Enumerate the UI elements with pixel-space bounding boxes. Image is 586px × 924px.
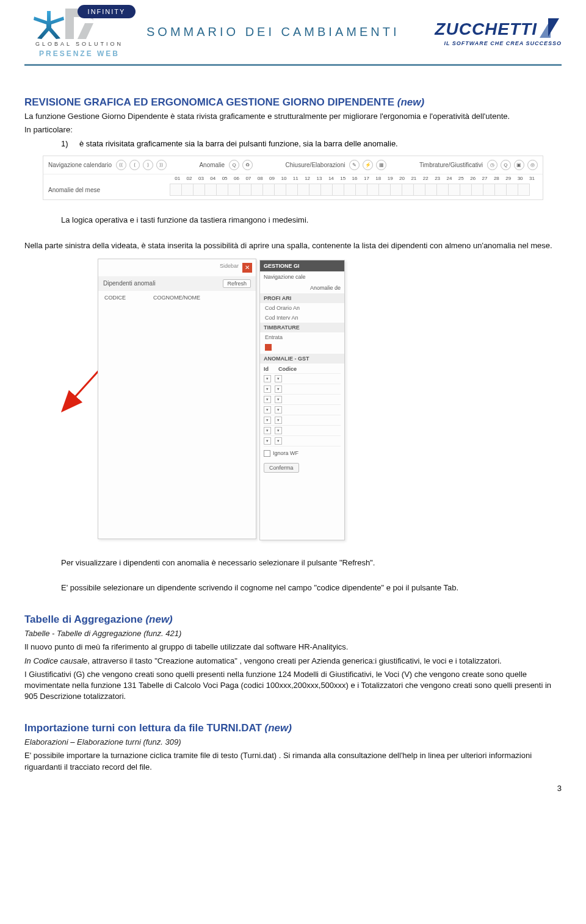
anomaly-cell bbox=[181, 184, 194, 196]
day-label: 07 bbox=[242, 176, 254, 181]
close-icon[interactable]: ✕ bbox=[242, 263, 252, 273]
cod-orario-label: Cod Orario An bbox=[260, 303, 344, 313]
header-title: SOMMARIO DEI CAMBIAMENTI bbox=[134, 25, 435, 39]
day-label: 26 bbox=[467, 176, 479, 181]
anomaly-cell bbox=[204, 184, 217, 196]
nav-icon: ⟩⟩ bbox=[156, 160, 167, 170]
anomaly-cell bbox=[344, 184, 356, 196]
day-label: 31 bbox=[526, 176, 538, 181]
day-label: 12 bbox=[302, 176, 313, 181]
chevron-down-icon[interactable]: ▾ bbox=[275, 417, 282, 424]
anomalie-cells bbox=[170, 184, 538, 196]
anomalie-icon: Q bbox=[229, 160, 239, 170]
section2-sub: Tabelle - Tabelle di Aggregazione (funz.… bbox=[24, 628, 562, 639]
timbrature-icon: ◎ bbox=[527, 160, 538, 170]
days-row: 0102030405060708091011121314151617181920… bbox=[43, 174, 543, 182]
chevron-down-icon[interactable]: ▾ bbox=[275, 385, 282, 393]
chiusure-icon: ▦ bbox=[376, 160, 386, 170]
day-label: 29 bbox=[502, 176, 514, 181]
section2-p3: I Giustificativi (G) che vengono creati … bbox=[24, 669, 562, 703]
conferma-button[interactable]: Conferma bbox=[264, 463, 299, 473]
hr-subtitle-2: PRESENZE WEB bbox=[39, 49, 120, 58]
day-label: 22 bbox=[420, 176, 432, 181]
anomaly-cell bbox=[367, 184, 379, 196]
list-number: 1) bbox=[61, 139, 79, 148]
gestione-panel: GESTIONE GI Navigazione cale Anomalie de… bbox=[259, 260, 345, 540]
sidebar-screenshot: Sidebar ✕ Dipendenti anomali Refresh COD… bbox=[98, 259, 354, 545]
day-label: 17 bbox=[361, 176, 372, 181]
day-label: 18 bbox=[372, 176, 384, 181]
gestione-header: GESTIONE GI bbox=[260, 260, 344, 271]
ignora-checkbox[interactable] bbox=[264, 450, 270, 457]
section1-new-tag: (new) bbox=[397, 96, 424, 108]
day-label: 23 bbox=[432, 176, 443, 181]
day-label: 09 bbox=[266, 176, 278, 181]
chevron-down-icon[interactable]: ▾ bbox=[275, 427, 282, 434]
chevron-down-icon[interactable]: ▾ bbox=[264, 396, 271, 403]
day-label: 28 bbox=[491, 176, 502, 181]
anomaly-cell bbox=[170, 184, 182, 196]
col-cognome: COGNOME/NOME bbox=[153, 295, 200, 301]
timbrature-icon: Q bbox=[501, 160, 511, 170]
sidebar-panel: Sidebar ✕ Dipendenti anomali Refresh COD… bbox=[98, 259, 256, 539]
anomaly-cell bbox=[494, 184, 507, 196]
chevron-down-icon[interactable]: ▾ bbox=[275, 396, 282, 403]
chevron-down-icon[interactable]: ▾ bbox=[264, 437, 271, 445]
chevron-down-icon[interactable]: ▾ bbox=[264, 406, 271, 414]
section2-p1: Il nuovo punto di meù fa riferimento al … bbox=[24, 642, 562, 653]
day-label: 24 bbox=[443, 176, 455, 181]
day-label: 13 bbox=[313, 176, 325, 181]
ignora-label: Ignora WF bbox=[273, 450, 298, 456]
anomaly-cell bbox=[448, 184, 460, 196]
day-label: 19 bbox=[384, 176, 396, 181]
anomaly-cell bbox=[309, 184, 321, 196]
chevron-down-icon[interactable]: ▾ bbox=[275, 437, 282, 445]
day-label: 15 bbox=[337, 176, 349, 181]
anomaly-cell bbox=[274, 184, 286, 196]
day-label: 03 bbox=[195, 176, 207, 181]
section1-title: REVISIONE GRAFICA ED ERGONOMICA GESTIONE… bbox=[24, 96, 394, 108]
anomaly-cell bbox=[355, 184, 367, 196]
day-label: 01 bbox=[172, 176, 183, 181]
anomaly-cell bbox=[471, 184, 483, 196]
zucchetti-logo: ZUCCHETTI IL SOFTWARE CHE CREA SUCCESSO bbox=[435, 18, 562, 46]
chevron-down-icon[interactable]: ▾ bbox=[264, 385, 271, 393]
chevron-down-icon[interactable]: ▾ bbox=[264, 427, 271, 434]
anomaly-cell bbox=[483, 184, 495, 196]
nav-icon: ⟩ bbox=[143, 160, 153, 170]
day-label: 30 bbox=[514, 176, 526, 181]
anomaly-cell bbox=[332, 184, 344, 196]
chevron-down-icon[interactable]: ▾ bbox=[264, 417, 271, 424]
day-label: 16 bbox=[349, 176, 360, 181]
anomaly-cell bbox=[297, 184, 309, 196]
anomaly-cell bbox=[425, 184, 437, 196]
anomaly-cell bbox=[251, 184, 263, 196]
anomaly-cell bbox=[193, 184, 205, 196]
chevron-down-icon[interactable]: ▾ bbox=[275, 375, 282, 382]
day-label: 05 bbox=[219, 176, 230, 181]
page-number: 3 bbox=[24, 784, 562, 793]
anomalie-label: Anomalie bbox=[199, 162, 225, 168]
hr-subtitle-1: GLOBAL SOLUTION bbox=[35, 41, 123, 47]
zucchetti-text: ZUCCHETTI bbox=[435, 20, 537, 39]
section1-p3: La logica operativa e i tasti funzione d… bbox=[24, 215, 562, 226]
anomaly-cell bbox=[216, 184, 228, 196]
timbrature-icon: ▣ bbox=[514, 160, 524, 170]
timbrature-section: TIMBRATURE bbox=[260, 323, 344, 332]
chevron-down-icon[interactable]: ▾ bbox=[275, 406, 282, 414]
day-label: 21 bbox=[408, 176, 419, 181]
document-header: INFINITY GLOBAL SOLUTION PRESENZE WEB SO… bbox=[24, 0, 562, 64]
anomaly-cell bbox=[436, 184, 449, 196]
chevron-down-icon[interactable]: ▾ bbox=[264, 375, 271, 382]
anomalie-icon: ♻ bbox=[242, 160, 253, 170]
timbrature-icon: ◷ bbox=[487, 160, 497, 170]
section1-p6: E' possibile selezionare un dipendente s… bbox=[24, 582, 562, 593]
refresh-button[interactable]: Refresh bbox=[223, 279, 251, 288]
section3-heading: Importazione turni con lettura da file T… bbox=[24, 722, 562, 734]
anomaly-cell bbox=[286, 184, 298, 196]
section1-heading: REVISIONE GRAFICA ED ERGONOMICA GESTIONE… bbox=[24, 96, 562, 109]
day-label: 06 bbox=[231, 176, 242, 181]
anomaly-cell bbox=[262, 184, 275, 196]
nav-cale-label: Navigazione cale bbox=[260, 271, 344, 282]
hr-infinity-logo: INFINITY GLOBAL SOLUTION PRESENZE WEB bbox=[24, 6, 134, 58]
